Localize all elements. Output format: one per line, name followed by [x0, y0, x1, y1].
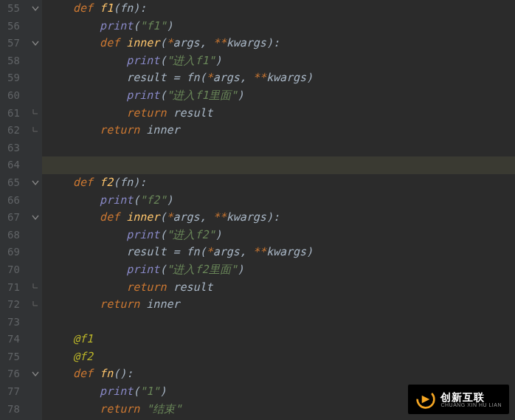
code-line[interactable]: print("进入f2") — [46, 227, 515, 244]
fold-toggle-icon[interactable] — [29, 174, 42, 192]
line-number: 61 — [7, 105, 20, 123]
code-line[interactable]: return result — [46, 105, 515, 123]
code-line[interactable] — [46, 156, 515, 174]
fold-spacer — [29, 261, 42, 279]
line-number: 76 — [7, 365, 20, 383]
line-number: 73 — [7, 314, 20, 331]
code-line[interactable]: def f1(fn): — [46, 0, 515, 18]
line-number: 64 — [7, 156, 20, 174]
code-line[interactable]: result = fn(*args, **kwargs) — [46, 69, 515, 87]
code-line[interactable]: @f1 — [46, 331, 515, 348]
line-number: 57 — [7, 35, 20, 52]
code-line[interactable]: def inner(*args, **kwargs): — [46, 35, 515, 52]
fold-spacer — [29, 87, 42, 105]
fold-spacer — [29, 227, 42, 244]
watermark-logo: 创新互联 CHUANG XIN HU LIAN — [408, 385, 509, 414]
svg-marker-1 — [422, 396, 430, 404]
fold-toggle-icon[interactable] — [29, 35, 42, 52]
fold-spacer — [29, 140, 42, 157]
line-number: 66 — [7, 192, 20, 210]
line-number-gutter: 5556575859606162636465666768697071727374… — [0, 0, 29, 420]
line-number: 56 — [7, 18, 20, 35]
fold-spacer — [29, 383, 42, 401]
fold-spacer — [29, 156, 42, 174]
logo-text-main: 创新互联 — [440, 392, 502, 402]
code-editor[interactable]: 5556575859606162636465666768697071727374… — [0, 0, 515, 420]
code-line[interactable]: print("进入f2里面") — [46, 261, 515, 279]
fold-spacer — [29, 18, 42, 35]
fold-toggle-icon[interactable] — [29, 0, 42, 18]
logo-text-sub: CHUANG XIN HU LIAN — [440, 402, 502, 407]
fold-toggle-icon[interactable] — [29, 209, 42, 227]
line-number: 65 — [7, 174, 20, 192]
code-line[interactable]: return inner — [46, 296, 515, 314]
line-number: 67 — [7, 209, 20, 227]
line-number: 69 — [7, 244, 20, 261]
line-number: 77 — [7, 383, 20, 401]
line-number: 68 — [7, 227, 20, 244]
fold-spacer — [29, 348, 42, 366]
line-number: 71 — [7, 279, 20, 297]
logo-icon — [415, 389, 436, 410]
code-line[interactable]: @f2 — [46, 348, 515, 366]
code-line[interactable]: result = fn(*args, **kwargs) — [46, 244, 515, 261]
code-line[interactable] — [46, 314, 515, 331]
fold-spacer — [29, 314, 42, 331]
code-line[interactable]: return result — [46, 279, 515, 297]
line-number: 74 — [7, 331, 20, 348]
fold-spacer — [29, 192, 42, 210]
fold-spacer — [29, 244, 42, 261]
line-number: 70 — [7, 261, 20, 279]
fold-end-icon — [29, 122, 42, 140]
fold-spacer — [29, 69, 42, 87]
line-number: 63 — [7, 140, 20, 157]
code-line[interactable] — [46, 140, 515, 157]
line-number: 72 — [7, 296, 20, 314]
fold-spacer — [29, 52, 42, 70]
code-line[interactable]: def fn(): — [46, 365, 515, 383]
code-line[interactable]: return inner — [46, 122, 515, 140]
line-number: 58 — [7, 52, 20, 70]
line-number: 75 — [7, 348, 20, 366]
fold-spacer — [29, 401, 42, 419]
line-number: 78 — [7, 401, 20, 419]
line-number: 55 — [7, 0, 20, 18]
code-line[interactable]: print("进入f1里面") — [46, 87, 515, 105]
fold-toggle-icon[interactable] — [29, 365, 42, 383]
fold-end-icon — [29, 279, 42, 297]
code-line[interactable]: print("进入f1") — [46, 52, 515, 70]
fold-end-icon — [29, 296, 42, 314]
code-line[interactable]: def f2(fn): — [46, 174, 515, 192]
fold-end-icon — [29, 105, 42, 123]
line-number: 60 — [7, 87, 20, 105]
line-number: 59 — [7, 69, 20, 87]
fold-column[interactable] — [29, 0, 42, 420]
code-area[interactable]: def f1(fn): print("f1") def inner(*args,… — [42, 0, 515, 420]
fold-spacer — [29, 331, 42, 348]
code-line[interactable]: print("f1") — [46, 18, 515, 35]
line-number: 62 — [7, 122, 20, 140]
code-line[interactable]: def inner(*args, **kwargs): — [46, 209, 515, 227]
code-line[interactable]: print("f2") — [46, 192, 515, 210]
